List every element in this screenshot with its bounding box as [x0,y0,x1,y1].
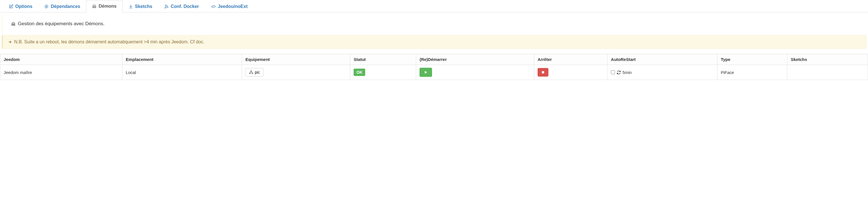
col-arreter: Arrêter [534,54,608,65]
svg-rect-4 [252,73,253,74]
cell-statut: OK [350,65,416,80]
cell-equipement: pic [242,65,350,80]
tab-label: Conf. Docker [171,4,199,9]
status-badge: OK [353,69,365,76]
tab-sketchs[interactable]: Sketchs [123,0,158,12]
tab-label: Démons [98,4,116,9]
col-emplacement: Emplacement [122,54,242,65]
demons-table: Jeedom Emplacement Equipement Statut (Re… [0,54,868,80]
cell-jeedom: Jeedom maître [0,65,122,80]
sitemap-icon [249,70,253,74]
edit-icon [9,4,13,9]
col-sketchs: Sketchs [787,54,868,65]
col-statut: Statut [350,54,416,65]
table-row: Jeedom maître Local pic OK [0,65,868,80]
download-icon [128,4,133,9]
tab-options[interactable]: Options [3,0,38,12]
tab-label: Dépendances [51,4,80,9]
cell-emplacement: Local [122,65,242,80]
cell-sketchs [787,65,868,80]
rss-icon [164,4,169,9]
col-redemarrer: (Re)Démarrer [416,54,534,65]
svg-point-1 [165,7,165,8]
cell-arreter [534,65,608,80]
code-icon [211,4,216,9]
cell-type: PiFace [717,65,787,80]
autorestart-checkbox[interactable] [611,70,615,74]
svg-rect-5 [542,71,544,74]
stop-button[interactable] [538,68,548,77]
table-header-row: Jeedom Emplacement Equipement Statut (Re… [0,54,868,65]
alert-warning: N.B. Suite a un reboot, les démons démar… [2,35,866,49]
col-autorestart: AutoReStart [607,54,717,65]
autorestart-label: 5min [623,70,632,75]
svg-rect-3 [249,73,251,74]
cell-autorestart: 5min [607,65,717,80]
stop-icon [541,71,545,74]
tab-jeedouinoext[interactable]: JeedouinoExt [205,0,254,12]
arrow-right-icon [8,40,12,44]
panel-title: Gestion des équipements avec Démons. [2,15,868,32]
cell-redemarrer [416,65,534,80]
tab-dependances[interactable]: Dépendances [38,0,86,12]
col-jeedom: Jeedom [0,54,122,65]
play-icon [424,70,428,74]
tab-demons[interactable]: Démons [86,0,122,12]
cog-icon [44,4,49,9]
tab-label: Sketchs [135,4,152,9]
col-type: Type [717,54,787,65]
panel-title-text: Gestion des équipements avec Démons. [18,21,104,27]
svg-point-0 [46,6,47,7]
start-button[interactable] [420,68,432,77]
university-icon [92,4,97,8]
tab-label: Options [15,4,32,9]
col-equipement: Equipement [242,54,350,65]
tab-bar: Options Dépendances Démons Sketchs Conf.… [0,0,868,12]
svg-rect-2 [251,71,252,72]
equipement-button[interactable]: pic [245,68,264,77]
tab-label: JeedouinoExt [218,4,248,9]
refresh-icon [617,70,621,75]
tab-docker[interactable]: Conf. Docker [158,0,205,12]
equipement-label: pic [255,70,260,75]
university-icon [11,22,16,26]
alert-text: N.B. Suite a un reboot, les démons démar… [14,39,205,45]
